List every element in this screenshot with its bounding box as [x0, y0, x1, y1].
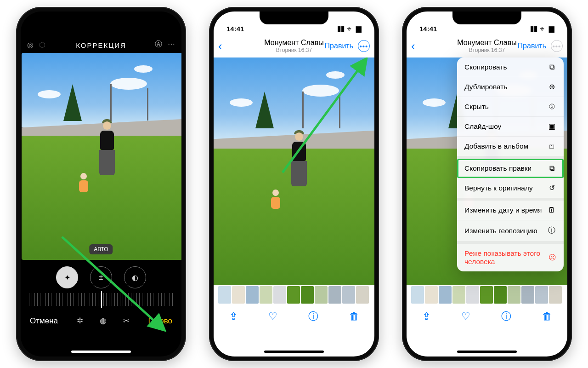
phone-view-screen: 14:41 ▮▮ᯤ▆ ‹ Монумент Славы Вторник 16:3…	[209, 7, 379, 361]
thumbnail[interactable]	[356, 286, 369, 304]
status-time: 14:41	[226, 25, 244, 33]
info-button[interactable]: ⓘ	[308, 310, 318, 323]
menu-item-label: Скопировать правки	[464, 164, 531, 172]
filters-tab-icon[interactable]: ◍	[100, 316, 107, 326]
thumbnail[interactable]	[328, 286, 341, 304]
delete-button[interactable]: 🗑	[349, 310, 359, 322]
portrait-icon[interactable]: ⬡	[39, 40, 45, 49]
menu-item-icon: ⏍	[547, 142, 556, 150]
thumbnail[interactable]	[494, 286, 507, 304]
back-button[interactable]: ‹	[218, 39, 232, 53]
thumbnail[interactable]	[439, 286, 452, 304]
thumbnail[interactable]	[260, 286, 272, 304]
adjust-controls: ✦ ± ◐	[21, 260, 181, 291]
thumbnail[interactable]	[232, 286, 245, 304]
info-button[interactable]: ⓘ	[501, 310, 511, 323]
auto-pill: АВТО	[89, 244, 113, 254]
thumbnail[interactable]	[480, 286, 493, 304]
menu-item[interactable]: Изменить дату и время🗓	[457, 201, 564, 220]
brilliance-button[interactable]: ◐	[124, 266, 146, 288]
notch	[452, 12, 521, 24]
back-button[interactable]: ‹	[411, 39, 425, 53]
menu-item[interactable]: Добавить в альбом⏍	[457, 137, 564, 159]
favorite-button[interactable]: ♡	[461, 310, 470, 322]
thumbnail[interactable]	[342, 286, 355, 304]
menu-item-icon: ⊕	[547, 83, 556, 91]
delete-button[interactable]: 🗑	[542, 310, 552, 322]
cancel-button[interactable]: Отмена	[30, 316, 58, 326]
phone-menu-screen: 14:41 ▮▮ᯤ▆ ‹ Монумент Славы Вторник 16:3…	[402, 7, 572, 361]
status-icons: ▮▮ᯤ▆	[530, 24, 554, 33]
thumbnail[interactable]	[273, 286, 286, 304]
thumbnail[interactable]	[549, 286, 562, 304]
menu-item-icon: ⓘ	[547, 226, 556, 236]
thumbnail[interactable]	[246, 286, 259, 304]
exposure-button[interactable]: ±	[90, 266, 112, 288]
favorite-button[interactable]: ♡	[268, 310, 277, 322]
menu-item-label: Скрыть	[464, 103, 489, 111]
live-photo-icon[interactable]: ◎	[27, 40, 34, 49]
menu-item[interactable]: Скрыть⦾	[457, 97, 564, 117]
menu-item-icon: ⧉	[547, 63, 556, 71]
thumbnail-strip[interactable]	[214, 285, 374, 305]
menu-item-icon: ▣	[547, 122, 556, 131]
notch	[260, 12, 328, 24]
markup-icon[interactable]: Ⓐ	[155, 40, 162, 49]
menu-item-label: Дублировать	[464, 83, 507, 91]
edit-button[interactable]: Править	[325, 42, 356, 50]
thumbnail[interactable]	[452, 286, 465, 304]
thumbnail[interactable]	[301, 286, 314, 304]
thumbnail[interactable]	[508, 286, 520, 304]
status-time: 14:41	[419, 25, 437, 33]
thumbnail[interactable]	[466, 286, 479, 304]
menu-item-icon: ☹	[548, 253, 556, 262]
menu-item-label: Слайд-шоу	[464, 122, 501, 131]
menu-item[interactable]: Дублировать⊕	[457, 77, 564, 97]
menu-item[interactable]: Скопировать правки⧉	[457, 159, 564, 178]
more-icon[interactable]: ⋯	[168, 40, 175, 49]
menu-item-label: Изменить дату и время	[464, 206, 542, 214]
thumbnail[interactable]	[521, 286, 534, 304]
menu-item-icon: ⧉	[547, 164, 556, 172]
home-indicator[interactable]	[457, 351, 517, 353]
more-actions-button[interactable]: •••	[358, 40, 370, 52]
menu-item-label: Реже показывать этого человека	[464, 249, 548, 266]
thumbnail[interactable]	[535, 286, 548, 304]
menu-item-label: Вернуть к оригиналу	[464, 184, 533, 192]
share-button[interactable]: ⇪	[422, 310, 430, 322]
share-button[interactable]: ⇪	[229, 310, 237, 322]
menu-item-icon: ↺	[547, 184, 556, 192]
menu-item[interactable]: Слайд-шоу▣	[457, 117, 564, 137]
menu-item-icon: 🗓	[547, 206, 556, 214]
menu-item-label: Добавить в альбом	[464, 142, 528, 150]
home-indicator[interactable]	[71, 351, 131, 353]
menu-item-label: Изменить геопозицию	[464, 227, 537, 235]
status-icons: ▮▮ᯤ▆	[337, 24, 362, 33]
menu-item[interactable]: Изменить геопозициюⓘ	[457, 220, 564, 244]
crop-tab-icon[interactable]: ✂	[123, 316, 130, 326]
thumbnail-strip[interactable]	[407, 285, 567, 305]
done-button[interactable]: Готово	[148, 316, 173, 326]
edit-photo-canvas[interactable]	[22, 53, 181, 260]
more-actions-button[interactable]: •••	[551, 40, 563, 52]
thumbnail[interactable]	[411, 286, 424, 304]
menu-item[interactable]: Реже показывать этого человека☹	[457, 244, 564, 271]
auto-enhance-button[interactable]: ✦	[56, 266, 78, 288]
menu-item-icon: ⦾	[547, 103, 556, 111]
menu-item[interactable]: Вернуть к оригиналу↺	[457, 178, 564, 201]
thumbnail[interactable]	[218, 286, 231, 304]
photo-viewer[interactable]	[214, 58, 374, 285]
menu-item[interactable]: Скопировать⧉	[457, 58, 564, 77]
phone-edit-screen: ◎ ⬡ КОРРЕКЦИЯ Ⓐ ⋯ АВТО ✦ ± ◐ Отмена	[16, 7, 186, 361]
actions-menu: Скопировать⧉Дублировать⊕Скрыть⦾Слайд-шоу…	[457, 58, 564, 271]
thumbnail[interactable]	[425, 286, 438, 304]
thumbnail[interactable]	[287, 286, 300, 304]
home-indicator[interactable]	[264, 351, 324, 353]
adjust-slider[interactable]	[29, 293, 173, 306]
menu-item-label: Скопировать	[464, 63, 507, 71]
notch	[67, 12, 136, 24]
thumbnail[interactable]	[315, 286, 328, 304]
edit-mode-title: КОРРЕКЦИЯ	[50, 41, 152, 49]
edit-button[interactable]: Править	[518, 42, 549, 50]
adjust-tab-icon[interactable]: ✲	[77, 316, 83, 326]
